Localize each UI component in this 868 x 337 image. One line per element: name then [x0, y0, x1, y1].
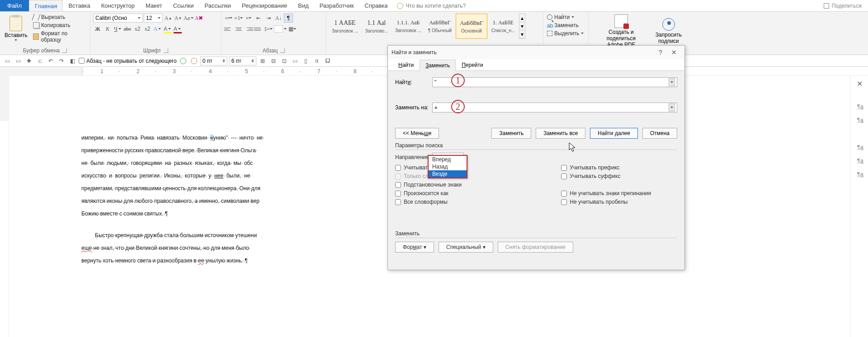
- share-button[interactable]: Поделиться: [824, 0, 862, 11]
- clear-formatting-button[interactable]: A✖: [194, 14, 203, 23]
- numbering-button[interactable]: ≡1: [234, 14, 243, 23]
- qat-circle-o[interactable]: [189, 56, 198, 66]
- italic-button[interactable]: К: [103, 24, 112, 33]
- shrink-font-button[interactable]: A▼: [174, 14, 183, 23]
- qat-x2[interactable]: ⊟: [269, 56, 278, 66]
- check-prefix[interactable]: Учитывать префикс: [561, 164, 651, 171]
- qat-symbol[interactable]: Ω: [323, 56, 332, 66]
- chevron-down-icon[interactable]: [669, 103, 675, 112]
- replace-button[interactable]: abЗаменить: [546, 22, 585, 29]
- dialog-launcher-icon[interactable]: [62, 48, 67, 53]
- find-button[interactable]: Найти: [546, 14, 585, 21]
- check-sounds-like[interactable]: Произносится как: [395, 190, 462, 197]
- dialog-help-button[interactable]: ?: [654, 49, 667, 56]
- tab-references[interactable]: Ссылки: [168, 0, 199, 11]
- dialog-tab-find[interactable]: Найти: [392, 59, 420, 70]
- qat-b4[interactable]: ⎌: [35, 56, 44, 66]
- tab-review[interactable]: Рецензирование: [236, 0, 292, 11]
- qat-open[interactable]: ▭: [14, 56, 23, 66]
- qat-x1[interactable]: ⊞: [258, 56, 267, 66]
- dialog-tab-replace[interactable]: Заменить: [420, 60, 456, 71]
- replace-one-button[interactable]: Заменить: [491, 128, 531, 139]
- replace-all-button[interactable]: Заменить все: [536, 128, 585, 139]
- shading-button[interactable]: [274, 25, 283, 33]
- dialog-close-button[interactable]: ✕: [667, 49, 681, 56]
- tab-help[interactable]: Справка: [359, 0, 393, 11]
- keep-with-next-check[interactable]: Абзац - не отрывать от следующего: [79, 58, 177, 64]
- align-left-button[interactable]: [224, 24, 233, 33]
- qat-circle-g[interactable]: [179, 56, 188, 66]
- align-right-button[interactable]: [244, 24, 253, 33]
- font-size-combo[interactable]: 12: [144, 14, 163, 23]
- bullets-button[interactable]: ≡•: [224, 14, 233, 23]
- direction-option-all[interactable]: Везде: [429, 170, 467, 178]
- change-case-button[interactable]: Aa: [184, 14, 193, 23]
- check-ignore-punct[interactable]: Не учитывать знаки препинания: [561, 190, 651, 197]
- text-effects-button[interactable]: A: [153, 24, 162, 33]
- close-pane-icon[interactable]: ✕: [857, 80, 863, 88]
- find-input[interactable]: ": [432, 77, 677, 87]
- align-center-button[interactable]: [234, 24, 243, 33]
- select-button[interactable]: Выделить: [546, 30, 585, 37]
- gallery-scroll[interactable]: ▴▾▾: [519, 14, 525, 39]
- superscript-button[interactable]: x2: [143, 24, 152, 33]
- borders-button[interactable]: ▦: [288, 24, 297, 33]
- adobe-create-share-button[interactable]: Создать и поделиться Adobe PDF: [591, 14, 651, 49]
- tell-me[interactable]: Что вы хотите сделать?: [397, 0, 466, 11]
- show-marks-button[interactable]: ¶: [284, 14, 293, 23]
- increase-indent-button[interactable]: ⇥: [264, 14, 273, 23]
- tab-design[interactable]: Конструктор: [96, 0, 140, 11]
- qat-undo[interactable]: ↶: [46, 56, 55, 66]
- cancel-button[interactable]: Отмена: [642, 128, 677, 139]
- special-button[interactable]: Специальный ▾: [439, 242, 493, 253]
- spacing-after[interactable]: 6 пт: [229, 56, 256, 66]
- check-wildcards[interactable]: Подстановочные знаки: [395, 182, 462, 188]
- grow-font-button[interactable]: A▲: [164, 14, 173, 23]
- chevron-down-icon[interactable]: [669, 78, 675, 86]
- multilevel-button[interactable]: ≡: [244, 14, 253, 23]
- underline-button[interactable]: Ч: [113, 24, 122, 33]
- decrease-indent-button[interactable]: ⇤: [254, 14, 263, 23]
- tab-developer[interactable]: Разработчик: [314, 0, 359, 11]
- spacing-before[interactable]: 0 пт: [200, 56, 227, 66]
- highlight-button[interactable]: A: [163, 24, 172, 33]
- tab-view[interactable]: Вид: [292, 0, 314, 11]
- style-gallery[interactable]: 1 ААБЕЗаголовок ... 1.1 АаlЗаголово... 1…: [329, 14, 525, 39]
- font-color-button[interactable]: A: [173, 24, 182, 33]
- cut-button[interactable]: Вырезать: [32, 14, 87, 21]
- dialog-launcher-icon[interactable]: [280, 48, 285, 53]
- direction-dropdown-list[interactable]: Вперед Назад Везде: [428, 155, 467, 178]
- qat-b3[interactable]: ✚: [24, 56, 33, 66]
- find-next-button[interactable]: Найти далее: [590, 128, 638, 139]
- tab-layout[interactable]: Макет: [140, 0, 168, 11]
- strikethrough-button[interactable]: abc: [123, 24, 132, 33]
- replace-input[interactable]: «: [432, 103, 677, 112]
- subscript-button[interactable]: x2: [133, 24, 142, 33]
- tab-insert[interactable]: Вставка: [63, 0, 95, 11]
- paste-button[interactable]: Вставить: [3, 15, 29, 42]
- qat-x5[interactable]: ▯: [302, 56, 311, 66]
- font-name-combo[interactable]: Calibri (Осно: [93, 14, 143, 23]
- bold-button[interactable]: Ж: [93, 24, 102, 33]
- tab-file[interactable]: Файл: [0, 0, 29, 11]
- qat-b7[interactable]: ◧: [68, 56, 77, 66]
- check-word-forms[interactable]: Все словоформы: [395, 199, 462, 205]
- less-button[interactable]: << Меньше: [395, 128, 439, 139]
- direction-option-backward[interactable]: Назад: [429, 163, 467, 170]
- qat-new[interactable]: ▭: [3, 56, 12, 66]
- qat-x3[interactable]: ⊡: [280, 56, 289, 66]
- tab-mailings[interactable]: Рассылки: [199, 0, 236, 11]
- dialog-tab-goto[interactable]: Перейти: [456, 59, 489, 70]
- copy-button[interactable]: Копировать: [32, 22, 87, 29]
- qat-redo[interactable]: ↷: [57, 56, 66, 66]
- adobe-request-sig-button[interactable]: Запросить подписи: [652, 17, 685, 45]
- check-ignore-spaces[interactable]: Не учитывать пробелы: [561, 199, 651, 205]
- format-button[interactable]: Формат ▾: [395, 242, 434, 253]
- qat-equation[interactable]: π: [312, 56, 321, 66]
- qat-x4[interactable]: ▭: [291, 56, 300, 66]
- check-suffix[interactable]: Учитывать суффикс: [561, 173, 651, 179]
- dialog-launcher-icon[interactable]: [164, 48, 168, 53]
- line-spacing-button[interactable]: ‡≡: [264, 24, 273, 33]
- format-painter-button[interactable]: Формат по образцу: [32, 30, 87, 43]
- direction-option-forward[interactable]: Вперед: [429, 156, 467, 163]
